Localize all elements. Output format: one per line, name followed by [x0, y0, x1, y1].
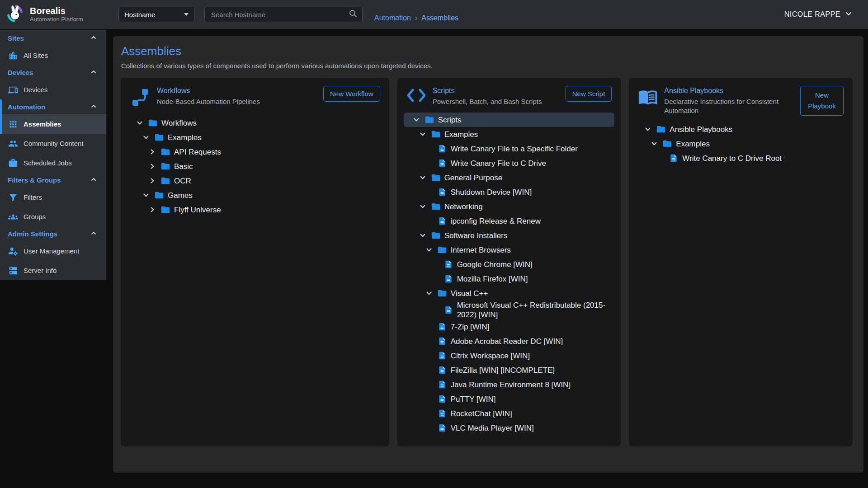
sidebar-item-all-sites[interactable]: All Sites	[0, 46, 106, 65]
tree-item[interactable]: OCR	[127, 174, 383, 188]
tree-item[interactable]: RocketChat [WIN]	[404, 406, 615, 421]
chevron-down-icon[interactable]	[135, 119, 144, 127]
chevron-down-icon[interactable]	[418, 130, 427, 138]
sidebar-item-user-management[interactable]: User Management	[0, 241, 106, 261]
chevron-down-icon[interactable]	[418, 202, 427, 211]
tree-item[interactable]: Write Canary to C Drive Root	[635, 151, 846, 165]
sidebar-section-header-sites[interactable]: Sites	[0, 31, 106, 46]
tree-item[interactable]: Basic	[127, 159, 383, 174]
tree-item[interactable]: Citrix Workspace [WIN]	[404, 348, 615, 363]
tree-item[interactable]: Internet Browsers	[404, 243, 615, 257]
tree-item[interactable]: Shutdown Device [WIN]	[404, 185, 615, 199]
sidebar-section-header-admin-settings[interactable]: Admin Settings	[0, 226, 106, 241]
folder-icon	[160, 147, 170, 157]
user-menu[interactable]: NICOLE RAPPE	[784, 9, 853, 19]
tree-item[interactable]: Examples	[404, 127, 615, 141]
chevron-right-icon[interactable]	[148, 206, 157, 214]
workflow-icon	[130, 87, 151, 109]
sidebar-section-header-filters-groups[interactable]: Filters & Groups	[0, 173, 106, 188]
sidebar-section-header-devices[interactable]: Devices	[0, 65, 106, 80]
tree-item[interactable]: Visual C++	[404, 286, 615, 300]
sidebar-item-label: Community Content	[24, 140, 84, 147]
tree-item[interactable]: Workflows	[127, 116, 383, 130]
sidebar-item-groups[interactable]: Groups	[0, 207, 106, 226]
chevron-down-icon[interactable]	[425, 289, 434, 297]
search-input[interactable]	[210, 10, 349, 19]
tree-item-label: Adobe Acrobat Reader DC [WIN]	[451, 337, 563, 346]
file-icon	[437, 187, 447, 197]
sidebar-item-devices[interactable]: Devices	[0, 80, 106, 99]
folder-icon	[160, 176, 170, 186]
sidebar-item-label: User Management	[24, 247, 79, 255]
tree-item-label: General Purpose	[444, 173, 503, 183]
rabbit-logo-icon	[5, 3, 25, 26]
tree-item[interactable]: Write Canary File to C Drive	[404, 156, 615, 170]
chevron-down-icon[interactable]	[142, 133, 151, 141]
chevron-right-icon[interactable]	[148, 177, 157, 185]
tree-item-label: Google Chrome [WIN]	[457, 260, 533, 269]
chevron-down-icon[interactable]	[643, 125, 652, 133]
tree-item[interactable]: Adobe Acrobat Reader DC [WIN]	[404, 334, 615, 348]
chevron-right-icon[interactable]	[148, 162, 157, 170]
tree-item[interactable]: Write Canary File to a Specific Folder	[404, 141, 615, 156]
main-content: Assemblies Collections of various types …	[106, 30, 868, 473]
chevron-down-icon[interactable]	[650, 140, 659, 148]
sidebar-section-header-automation[interactable]: Automation	[0, 99, 106, 114]
tree-item[interactable]: Scripts	[404, 113, 615, 127]
breadcrumb-assemblies[interactable]: Assemblies	[421, 14, 458, 22]
breadcrumb-automation[interactable]: Automation	[374, 14, 411, 22]
new-workflow-button[interactable]: New Workflow	[323, 86, 380, 102]
tree-item[interactable]: Flyff Universe	[127, 202, 383, 217]
chevron-down-icon[interactable]	[425, 246, 434, 254]
chevron-up-icon	[90, 34, 97, 43]
sidebar-item-filters[interactable]: Filters	[0, 188, 106, 207]
tree-item[interactable]: Microsoft Visual C++ Redistributable (20…	[404, 300, 615, 319]
tree-item[interactable]: Examples	[635, 136, 846, 151]
chevron-up-icon	[90, 103, 97, 112]
assemblies-panel: Assemblies Collections of various types …	[113, 36, 863, 473]
new-playbook-button[interactable]: New Playbook	[800, 86, 844, 116]
tree-item[interactable]: Google Chrome [WIN]	[404, 257, 615, 272]
brand: Borealis Automation Platform	[0, 3, 106, 26]
tree-item[interactable]: 7-Zip [WIN]	[404, 319, 615, 334]
chevron-right-icon[interactable]	[148, 148, 157, 156]
sidebar-item-scheduled-jobs[interactable]: Scheduled Jobs	[0, 153, 106, 173]
search-icon[interactable]	[349, 9, 358, 20]
tree-item[interactable]: Java Runtime Environment 8 [WIN]	[404, 377, 615, 392]
sidebar-item-label: All Sites	[24, 52, 48, 59]
briefcase-icon	[8, 158, 18, 168]
tree-item[interactable]: ipconfig Release & Renew	[404, 214, 615, 228]
chevron-down-icon[interactable]	[418, 174, 427, 182]
tree-item[interactable]: Networking	[404, 199, 615, 214]
tree-item[interactable]: Examples	[127, 130, 383, 145]
workflows-card-header: Workflows Node-Based Automation Pipeline…	[121, 86, 389, 109]
tree-item[interactable]: VLC Media Player [WIN]	[404, 421, 615, 435]
new-script-button[interactable]: New Script	[566, 86, 612, 102]
sidebar-section-filters-groups: Filters & Groups Filters Groups	[0, 173, 106, 226]
ansible-playbooks-card: Ansible Playbooks Declarative Instructio…	[629, 78, 853, 446]
chevron-down-icon[interactable]	[142, 191, 151, 199]
topbar: Borealis Automation Platform Hostname Au…	[0, 0, 868, 30]
tree-item[interactable]: General Purpose	[404, 170, 615, 185]
chevron-up-icon	[90, 230, 97, 239]
tree-item[interactable]: Ansible Playbooks	[635, 122, 846, 136]
grid-icon	[8, 119, 18, 129]
chevron-down-icon[interactable]	[412, 116, 421, 124]
tree-item[interactable]: FileZilla [WIN] [INCOMPLETE]	[404, 363, 615, 377]
tree-item[interactable]: PuTTY [WIN]	[404, 392, 615, 406]
caret-down-icon	[184, 13, 189, 16]
tree-item-label: 7-Zip [WIN]	[451, 322, 490, 332]
tree-item-label: Software Installers	[444, 231, 508, 240]
sidebar-item-server-info[interactable]: Server Info	[0, 261, 106, 280]
chevron-down-icon[interactable]	[418, 231, 427, 239]
sidebar-item-community-content[interactable]: Community Content	[0, 134, 106, 153]
section-label: Sites	[8, 34, 24, 42]
tree-item-label: Networking	[444, 202, 483, 211]
hostname-select[interactable]: Hostname	[118, 7, 194, 22]
tree-item-label: Visual C++	[451, 289, 488, 298]
tree-item[interactable]: Games	[127, 188, 383, 202]
tree-item[interactable]: Software Installers	[404, 228, 615, 243]
sidebar-item-assemblies[interactable]: Assemblies	[0, 114, 106, 134]
tree-item[interactable]: API Requests	[127, 145, 383, 159]
tree-item[interactable]: Mozilla Firefox [WIN]	[404, 272, 615, 286]
